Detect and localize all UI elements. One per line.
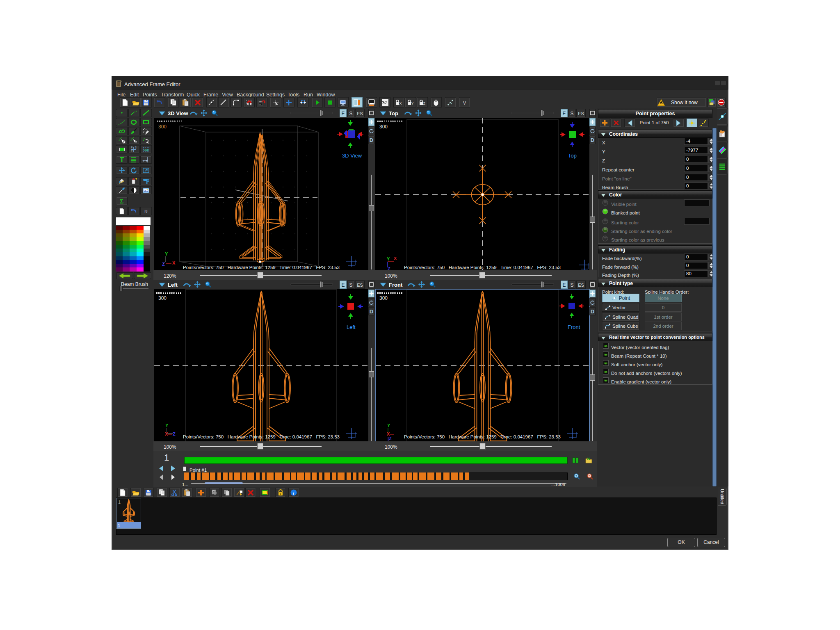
svg-text:Top: Top [389,110,398,116]
svg-text:Points/Vectors: 750 Hardware: Points/Vectors: 750 Hardware Points: 125… [183,434,340,439]
svg-text:Y: Y [165,423,169,428]
svg-text:3: 3 [135,146,137,149]
svg-text:300: 300 [158,295,167,301]
svg-text:Front: Front [568,324,580,330]
svg-text:Left: Left [168,282,178,288]
svg-text:V: V [463,100,466,106]
svg-text:R: R [144,209,148,214]
svg-text:Y: Y [387,256,390,261]
svg-text:300: 300 [379,295,388,301]
svg-text:Front: Front [389,282,403,288]
svg-text:E: E [131,150,133,153]
svg-text:Y: Y [387,423,390,428]
svg-text:X: X [165,431,168,436]
svg-text:Z: Z [162,262,165,267]
svg-text:X: X [394,256,397,261]
svg-text:Y: Y [411,101,413,105]
svg-text:Top: Top [568,153,577,159]
svg-text:Points/Vectors: 750 Hardware: Points/Vectors: 750 Hardware Points: 125… [183,265,340,270]
svg-text:Z: Z [173,431,176,436]
svg-text:X: X [399,101,402,105]
svg-text:Points/Vectors: 750 Hardware: Points/Vectors: 750 Hardware Points: 125… [404,265,561,270]
svg-text:F: F [131,146,132,149]
svg-text:Z: Z [388,266,390,270]
svg-text:1: 1 [118,500,121,504]
svg-text:|Z: |Z [388,436,392,441]
svg-text:X: X [172,260,176,265]
svg-text:300: 300 [158,124,167,130]
svg-text:Σ: Σ [120,199,123,205]
svg-text:300: 300 [379,124,388,130]
svg-text:3D View: 3D View [342,153,362,159]
svg-text:CUT: CUT [144,148,150,151]
svg-text:Left: Left [347,324,356,330]
svg-text:3D View: 3D View [168,110,189,116]
svg-text:Z: Z [423,101,425,105]
svg-text:1: 1 [118,523,120,528]
svg-text:Points/Vectors: 750 Hardware: Points/Vectors: 750 Hardware Points: 125… [404,434,561,439]
svg-text:Y: Y [165,251,168,256]
